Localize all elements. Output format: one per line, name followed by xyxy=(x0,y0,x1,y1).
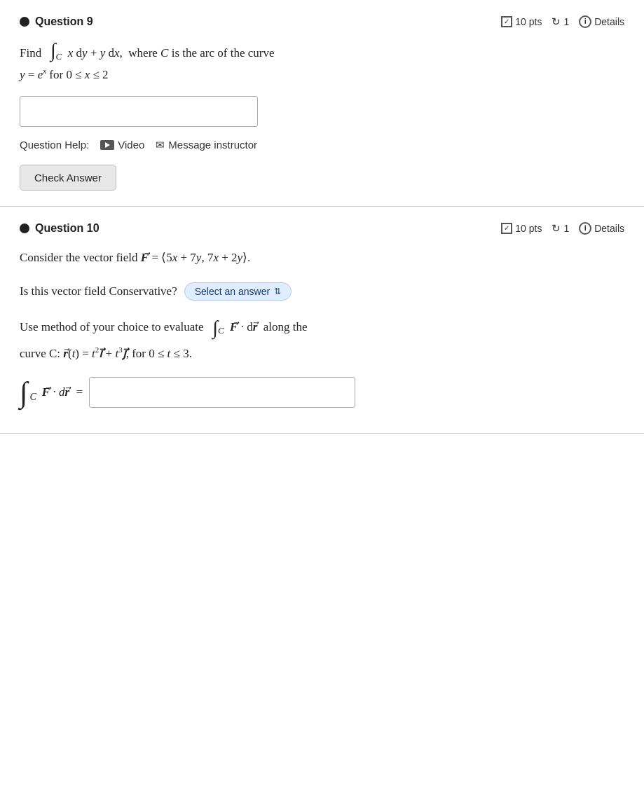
question9-info-box: i Details xyxy=(579,14,624,29)
info-icon-q9: i xyxy=(579,15,591,28)
select-answer-button[interactable]: Select an answer ⇅ xyxy=(184,282,292,301)
question10-pts: 10 pts xyxy=(515,221,542,236)
question9-details: Details xyxy=(594,14,624,29)
question10-body: Consider the vector field F⃗ = ⟨5x + 7y,… xyxy=(20,247,624,408)
question9-message-link[interactable]: ✉ Message instructor xyxy=(156,137,257,153)
question10-title: Question 10 xyxy=(20,219,100,238)
question9-body: Find ∫C x dy + y dx, where C is the arc … xyxy=(20,41,624,86)
question9-undo: 1 xyxy=(563,14,569,29)
question9-block: Question 9 ✓ 10 pts ↻ 1 i Details Find xyxy=(0,0,644,207)
question9-help-label: Question Help: xyxy=(20,137,89,153)
question9-message-label: Message instructor xyxy=(168,137,257,153)
question10-fdr-label: F⃗ · dr⃗ = xyxy=(42,382,83,404)
undo-icon-q10: ↻ xyxy=(551,220,561,237)
question9-help: Question Help: Video ✉ Message instructo… xyxy=(20,137,624,153)
question10-use-method-line: Use method of your choice to evaluate ∫C… xyxy=(20,317,624,339)
question10-meta: ✓ 10 pts ↻ 1 i Details xyxy=(501,220,624,237)
bullet-icon-q10 xyxy=(20,223,29,233)
question10-pts-box: ✓ 10 pts xyxy=(501,221,542,236)
checkbox-icon-q10: ✓ xyxy=(501,223,512,234)
checkbox-icon-q9: ✓ xyxy=(501,16,512,27)
video-icon-q9 xyxy=(100,140,114,150)
question10-conservative-text: Is this vector field Conservative? xyxy=(20,281,177,303)
question9-curve: y = ex for 0 ≤ x ≤ 2 xyxy=(20,64,624,86)
question9-header: Question 9 ✓ 10 pts ↻ 1 i Details xyxy=(20,13,624,31)
info-icon-q10: i xyxy=(579,222,591,235)
question10-integral-row: ∫ C F⃗ · dr⃗ = xyxy=(20,377,624,408)
question9-pts-box: ✓ 10 pts xyxy=(501,14,542,29)
question10-block: Question 10 ✓ 10 pts ↻ 1 i Details xyxy=(0,207,644,434)
page-container: Question 9 ✓ 10 pts ↻ 1 i Details Find xyxy=(0,0,644,812)
question9-undo-box: ↻ 1 xyxy=(551,13,569,30)
integral-symbol-q10: ∫ xyxy=(20,378,28,407)
select-answer-label: Select an answer xyxy=(195,286,270,297)
question10-info-box: i Details xyxy=(579,221,624,236)
question10-label: Question 10 xyxy=(35,219,100,238)
undo-icon-q9: ↻ xyxy=(551,13,561,30)
question10-integral-symbol-group: ∫ C xyxy=(20,378,36,407)
question9-answer-input[interactable] xyxy=(20,96,258,127)
question9-prompt: Find ∫C x dy + y dx, where C is the arc … xyxy=(20,41,624,65)
envelope-icon-q9: ✉ xyxy=(156,137,165,153)
question9-label: Question 9 xyxy=(35,13,93,31)
question10-undo: 1 xyxy=(563,221,569,236)
integral-sub-C: C xyxy=(30,388,36,406)
question10-vector-field: Consider the vector field F⃗ = ⟨5x + 7y,… xyxy=(20,247,624,269)
question9-video-link[interactable]: Video xyxy=(100,137,144,153)
question9-check-answer-button[interactable]: Check Answer xyxy=(20,165,116,191)
question10-undo-box: ↻ 1 xyxy=(551,220,569,237)
question9-meta: ✓ 10 pts ↻ 1 i Details xyxy=(501,13,624,30)
question9-title: Question 9 xyxy=(20,13,93,31)
question9-video-label: Video xyxy=(118,137,144,153)
question9-pts: 10 pts xyxy=(515,14,542,29)
question10-curve-line: curve C: r⃗(t) = t2i⃗ + t3j⃗, for 0 ≤ t … xyxy=(20,343,624,365)
question10-header: Question 10 ✓ 10 pts ↻ 1 i Details xyxy=(20,219,624,238)
question10-integral-answer-input[interactable] xyxy=(89,377,355,408)
chevron-down-icon: ⇅ xyxy=(274,287,281,296)
bullet-icon-q9 xyxy=(20,17,29,27)
question10-conservative-line: Is this vector field Conservative? Selec… xyxy=(20,281,624,303)
question10-details: Details xyxy=(594,221,624,236)
